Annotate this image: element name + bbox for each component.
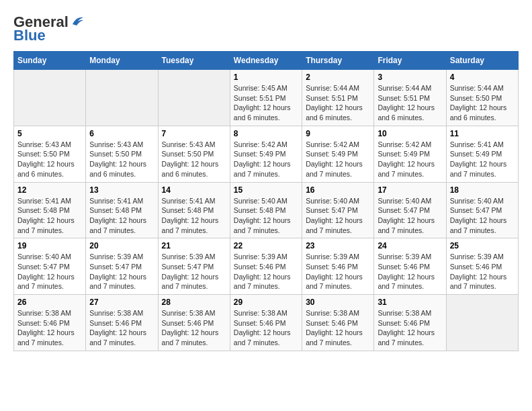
calendar-cell: 27Sunrise: 5:38 AM Sunset: 5:46 PM Dayli… bbox=[86, 295, 158, 351]
day-number: 28 bbox=[162, 298, 226, 307]
day-info: Sunrise: 5:43 AM Sunset: 5:50 PM Dayligh… bbox=[89, 140, 154, 179]
day-number: 3 bbox=[378, 73, 442, 82]
day-number: 19 bbox=[17, 241, 82, 250]
day-info: Sunrise: 5:38 AM Sunset: 5:46 PM Dayligh… bbox=[234, 308, 298, 348]
day-info: Sunrise: 5:43 AM Sunset: 5:50 PM Dayligh… bbox=[17, 140, 82, 179]
day-number: 20 bbox=[89, 241, 154, 250]
day-number: 14 bbox=[162, 185, 226, 195]
day-info: Sunrise: 5:43 AM Sunset: 5:50 PM Dayligh… bbox=[162, 140, 226, 179]
calendar-cell: 13Sunrise: 5:41 AM Sunset: 5:48 PM Dayli… bbox=[86, 182, 158, 238]
calendar-cell: 15Sunrise: 5:40 AM Sunset: 5:48 PM Dayli… bbox=[230, 182, 302, 238]
day-info: Sunrise: 5:41 AM Sunset: 5:48 PM Dayligh… bbox=[89, 196, 154, 236]
day-number: 27 bbox=[89, 298, 154, 307]
calendar-cell: 16Sunrise: 5:40 AM Sunset: 5:47 PM Dayli… bbox=[302, 182, 374, 238]
day-number: 8 bbox=[234, 129, 298, 138]
day-number: 10 bbox=[378, 129, 442, 138]
day-number: 17 bbox=[378, 185, 442, 195]
calendar-cell: 25Sunrise: 5:39 AM Sunset: 5:46 PM Dayli… bbox=[446, 238, 518, 295]
calendar-cell: 1Sunrise: 5:45 AM Sunset: 5:51 PM Daylig… bbox=[230, 70, 302, 126]
day-number: 2 bbox=[306, 73, 370, 82]
calendar-cell: 3Sunrise: 5:44 AM Sunset: 5:51 PM Daylig… bbox=[374, 70, 446, 126]
calendar-week-row: 12Sunrise: 5:41 AM Sunset: 5:48 PM Dayli… bbox=[14, 182, 519, 238]
day-number: 22 bbox=[234, 241, 298, 250]
day-number: 11 bbox=[450, 129, 515, 138]
day-info: Sunrise: 5:38 AM Sunset: 5:46 PM Dayligh… bbox=[89, 308, 154, 348]
calendar-cell: 2Sunrise: 5:44 AM Sunset: 5:51 PM Daylig… bbox=[302, 70, 374, 126]
day-info: Sunrise: 5:44 AM Sunset: 5:50 PM Dayligh… bbox=[450, 83, 515, 123]
day-info: Sunrise: 5:42 AM Sunset: 5:49 PM Dayligh… bbox=[234, 140, 298, 179]
day-number: 7 bbox=[162, 129, 226, 138]
day-number: 12 bbox=[17, 185, 82, 195]
logo: General Blue bbox=[13, 13, 85, 44]
day-number: 21 bbox=[162, 241, 226, 250]
logo-bird-icon bbox=[70, 15, 85, 27]
day-header-wednesday: Wednesday bbox=[230, 52, 302, 70]
calendar-cell: 6Sunrise: 5:43 AM Sunset: 5:50 PM Daylig… bbox=[86, 126, 158, 182]
calendar-cell bbox=[14, 70, 86, 126]
day-info: Sunrise: 5:41 AM Sunset: 5:48 PM Dayligh… bbox=[162, 196, 226, 236]
day-header-tuesday: Tuesday bbox=[158, 52, 230, 70]
calendar-cell: 8Sunrise: 5:42 AM Sunset: 5:49 PM Daylig… bbox=[230, 126, 302, 182]
day-info: Sunrise: 5:40 AM Sunset: 5:47 PM Dayligh… bbox=[17, 252, 82, 291]
day-info: Sunrise: 5:44 AM Sunset: 5:51 PM Dayligh… bbox=[306, 83, 370, 123]
day-number: 24 bbox=[378, 241, 442, 250]
calendar-week-row: 1Sunrise: 5:45 AM Sunset: 5:51 PM Daylig… bbox=[14, 70, 519, 126]
day-info: Sunrise: 5:39 AM Sunset: 5:46 PM Dayligh… bbox=[378, 252, 442, 291]
day-info: Sunrise: 5:40 AM Sunset: 5:48 PM Dayligh… bbox=[234, 196, 298, 236]
day-info: Sunrise: 5:40 AM Sunset: 5:47 PM Dayligh… bbox=[378, 196, 442, 236]
calendar-week-row: 26Sunrise: 5:38 AM Sunset: 5:46 PM Dayli… bbox=[14, 295, 519, 351]
calendar-week-row: 19Sunrise: 5:40 AM Sunset: 5:47 PM Dayli… bbox=[14, 238, 519, 295]
day-number: 1 bbox=[234, 73, 298, 82]
calendar-week-row: 5Sunrise: 5:43 AM Sunset: 5:50 PM Daylig… bbox=[14, 126, 519, 182]
calendar-header-row: SundayMondayTuesdayWednesdayThursdayFrid… bbox=[14, 52, 519, 70]
calendar-cell: 30Sunrise: 5:38 AM Sunset: 5:46 PM Dayli… bbox=[302, 295, 374, 351]
calendar-cell bbox=[86, 70, 158, 126]
day-info: Sunrise: 5:38 AM Sunset: 5:46 PM Dayligh… bbox=[378, 308, 442, 348]
day-info: Sunrise: 5:39 AM Sunset: 5:46 PM Dayligh… bbox=[234, 252, 298, 291]
calendar-cell: 9Sunrise: 5:42 AM Sunset: 5:49 PM Daylig… bbox=[302, 126, 374, 182]
day-number: 15 bbox=[234, 185, 298, 195]
day-info: Sunrise: 5:39 AM Sunset: 5:47 PM Dayligh… bbox=[162, 252, 226, 291]
day-header-saturday: Saturday bbox=[446, 52, 518, 70]
day-info: Sunrise: 5:39 AM Sunset: 5:46 PM Dayligh… bbox=[306, 252, 370, 291]
day-number: 25 bbox=[450, 241, 515, 250]
calendar-cell: 29Sunrise: 5:38 AM Sunset: 5:46 PM Dayli… bbox=[230, 295, 302, 351]
calendar-cell: 28Sunrise: 5:38 AM Sunset: 5:46 PM Dayli… bbox=[158, 295, 230, 351]
calendar-cell: 18Sunrise: 5:40 AM Sunset: 5:47 PM Dayli… bbox=[446, 182, 518, 238]
calendar-cell: 12Sunrise: 5:41 AM Sunset: 5:48 PM Dayli… bbox=[14, 182, 86, 238]
day-number: 29 bbox=[234, 298, 298, 307]
calendar-cell: 26Sunrise: 5:38 AM Sunset: 5:46 PM Dayli… bbox=[14, 295, 86, 351]
day-header-monday: Monday bbox=[86, 52, 158, 70]
day-info: Sunrise: 5:44 AM Sunset: 5:51 PM Dayligh… bbox=[378, 83, 442, 123]
day-number: 26 bbox=[17, 298, 82, 307]
calendar-cell: 5Sunrise: 5:43 AM Sunset: 5:50 PM Daylig… bbox=[14, 126, 86, 182]
calendar-cell: 19Sunrise: 5:40 AM Sunset: 5:47 PM Dayli… bbox=[14, 238, 86, 295]
day-header-thursday: Thursday bbox=[302, 52, 374, 70]
day-info: Sunrise: 5:40 AM Sunset: 5:47 PM Dayligh… bbox=[306, 196, 370, 236]
calendar-cell: 10Sunrise: 5:42 AM Sunset: 5:49 PM Dayli… bbox=[374, 126, 446, 182]
calendar-cell bbox=[446, 295, 518, 351]
day-info: Sunrise: 5:39 AM Sunset: 5:46 PM Dayligh… bbox=[450, 252, 515, 291]
day-info: Sunrise: 5:42 AM Sunset: 5:49 PM Dayligh… bbox=[378, 140, 442, 179]
day-number: 31 bbox=[378, 298, 442, 307]
calendar-cell: 4Sunrise: 5:44 AM Sunset: 5:50 PM Daylig… bbox=[446, 70, 518, 126]
day-number: 4 bbox=[450, 73, 515, 82]
day-info: Sunrise: 5:45 AM Sunset: 5:51 PM Dayligh… bbox=[234, 83, 298, 123]
calendar-cell: 11Sunrise: 5:41 AM Sunset: 5:49 PM Dayli… bbox=[446, 126, 518, 182]
day-header-sunday: Sunday bbox=[14, 52, 86, 70]
calendar-cell bbox=[158, 70, 230, 126]
page-header: General Blue bbox=[13, 13, 519, 44]
day-info: Sunrise: 5:38 AM Sunset: 5:46 PM Dayligh… bbox=[162, 308, 226, 348]
calendar-cell: 14Sunrise: 5:41 AM Sunset: 5:48 PM Dayli… bbox=[158, 182, 230, 238]
day-number: 16 bbox=[306, 185, 370, 195]
calendar-cell: 20Sunrise: 5:39 AM Sunset: 5:47 PM Dayli… bbox=[86, 238, 158, 295]
calendar-cell: 24Sunrise: 5:39 AM Sunset: 5:46 PM Dayli… bbox=[374, 238, 446, 295]
calendar-cell: 22Sunrise: 5:39 AM Sunset: 5:46 PM Dayli… bbox=[230, 238, 302, 295]
day-number: 23 bbox=[306, 241, 370, 250]
calendar-table: SundayMondayTuesdayWednesdayThursdayFrid… bbox=[13, 51, 519, 351]
calendar-cell: 17Sunrise: 5:40 AM Sunset: 5:47 PM Dayli… bbox=[374, 182, 446, 238]
day-info: Sunrise: 5:42 AM Sunset: 5:49 PM Dayligh… bbox=[306, 140, 370, 179]
day-number: 6 bbox=[89, 129, 154, 138]
day-info: Sunrise: 5:39 AM Sunset: 5:47 PM Dayligh… bbox=[89, 252, 154, 291]
calendar-cell: 21Sunrise: 5:39 AM Sunset: 5:47 PM Dayli… bbox=[158, 238, 230, 295]
